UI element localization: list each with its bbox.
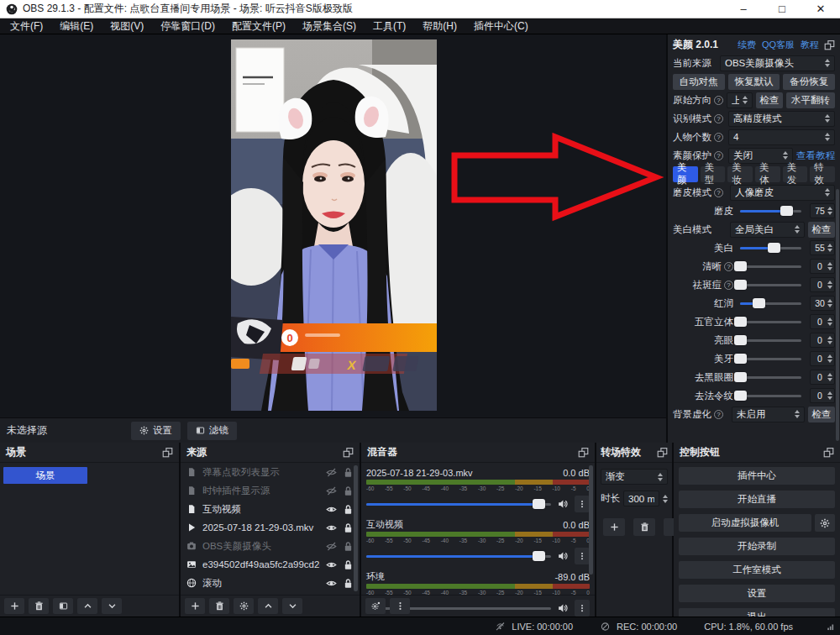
menu-tools[interactable]: 工具(T)	[365, 18, 414, 34]
slider-handle[interactable]	[734, 372, 747, 382]
rosy-slider[interactable]	[740, 302, 801, 305]
start-recording-button[interactable]: 开始录制	[679, 538, 835, 555]
popout-icon[interactable]	[823, 447, 834, 458]
orientation-select[interactable]: 上	[727, 92, 753, 108]
menu-plugin-center[interactable]: 插件中心(C)	[465, 18, 537, 34]
eye-icon[interactable]	[326, 578, 337, 589]
brighteye-value[interactable]: 0	[810, 333, 835, 348]
lock-icon[interactable]	[343, 578, 354, 589]
lock-icon[interactable]	[343, 485, 354, 496]
slider-handle[interactable]	[734, 280, 747, 290]
reset-defaults-button[interactable]: 恢复默认	[728, 74, 780, 90]
scrollbar[interactable]	[354, 465, 358, 591]
start-virtual-camera-button[interactable]: 启动虚拟摄像机	[679, 514, 811, 532]
channel-menu-button[interactable]	[575, 496, 590, 512]
rosy-value[interactable]: 30	[810, 296, 835, 311]
advanced-audio-button[interactable]	[365, 598, 386, 614]
help-icon[interactable]: ?	[724, 281, 733, 290]
speaker-icon[interactable]	[557, 551, 569, 561]
tab-effects[interactable]: 特效	[810, 166, 835, 182]
source-row[interactable]: 2025-07-18 21-29-03.mkv	[181, 518, 360, 537]
settings-button[interactable]: 设置	[679, 585, 835, 602]
scene-list-item[interactable]: 场景	[3, 467, 87, 484]
tab-makeup[interactable]: 美妆	[727, 166, 753, 182]
source-row[interactable]: 滚动	[181, 574, 360, 592]
help-icon[interactable]: ?	[714, 96, 723, 105]
help-icon[interactable]: ?	[714, 188, 723, 197]
lock-icon[interactable]	[343, 541, 354, 552]
blemish-value[interactable]: 0	[810, 277, 835, 292]
lock-icon[interactable]	[343, 504, 354, 515]
help-icon[interactable]: ?	[714, 133, 723, 142]
scene-filters-button[interactable]	[53, 598, 73, 614]
autofocus-button[interactable]: 自动对焦	[673, 74, 725, 90]
renew-link[interactable]: 续费	[738, 39, 756, 51]
tutorial-link[interactable]: 教程	[801, 39, 819, 51]
volume-slider[interactable]	[366, 503, 551, 506]
help-icon[interactable]: ?	[714, 114, 723, 123]
lock-icon[interactable]	[343, 522, 354, 533]
volume-slider[interactable]	[366, 555, 551, 558]
minimize-button[interactable]: –	[724, 0, 763, 18]
source-row[interactable]: e394502df49aa5fc2a99cd2e7c	[181, 555, 360, 574]
plugin-center-button[interactable]: 插件中心	[679, 467, 835, 485]
move-source-down-button[interactable]	[282, 598, 302, 614]
slider-handle[interactable]	[734, 354, 747, 364]
smooth-value[interactable]: 75	[810, 203, 835, 218]
popout-icon[interactable]	[578, 447, 589, 458]
face3d-slider[interactable]	[740, 321, 801, 323]
remove-transition-button[interactable]	[633, 518, 655, 536]
eye-icon[interactable]	[326, 522, 337, 533]
remove-source-button[interactable]	[209, 598, 229, 614]
eye-off-icon[interactable]	[326, 541, 337, 552]
darkcircle-value[interactable]: 0	[810, 370, 835, 385]
eye-icon[interactable]	[326, 504, 337, 515]
person-count-spinner[interactable]: 4	[728, 129, 835, 145]
menu-docks[interactable]: 停靠窗口(D)	[152, 18, 223, 34]
source-row[interactable]: 弹幕点歌列表显示	[181, 463, 360, 481]
lock-icon[interactable]	[343, 467, 354, 478]
menu-scene-collection[interactable]: 场景集合(S)	[294, 18, 365, 34]
darkcircle-slider[interactable]	[740, 376, 801, 379]
menu-view[interactable]: 视图(V)	[102, 18, 152, 34]
smooth-slider[interactable]	[740, 210, 801, 213]
move-scene-down-button[interactable]	[102, 598, 122, 614]
bg-blur-check-button[interactable]: 检查	[808, 407, 835, 422]
start-streaming-button[interactable]: 开始直播	[679, 491, 835, 508]
menu-profile[interactable]: 配置文件(P)	[223, 18, 294, 34]
blemish-slider[interactable]	[740, 284, 801, 286]
slider-handle[interactable]	[734, 317, 747, 327]
current-source-select[interactable]: OBS美颜摄像头	[720, 55, 835, 71]
virtual-camera-settings-button[interactable]	[815, 514, 835, 532]
smooth-mode-select[interactable]: 人像磨皮	[730, 185, 835, 201]
add-transition-button[interactable]	[603, 518, 625, 536]
eye-off-icon[interactable]	[326, 485, 337, 496]
speaker-icon[interactable]	[557, 499, 569, 509]
tab-reshape[interactable]: 美型	[701, 166, 726, 182]
source-row[interactable]: OBS美颜摄像头	[181, 537, 360, 555]
menu-file[interactable]: 文件(F)	[2, 18, 51, 34]
whiten-mode-select[interactable]: 全局美白	[730, 222, 805, 238]
slider-handle[interactable]	[768, 243, 780, 253]
move-scene-up-button[interactable]	[77, 598, 97, 614]
clarity-value[interactable]: 0	[810, 259, 835, 274]
view-tutorial-link[interactable]: 查看教程	[796, 150, 835, 162]
close-button[interactable]: ✕	[801, 0, 840, 18]
help-icon[interactable]: ?	[714, 151, 723, 160]
brighteye-slider[interactable]	[740, 339, 801, 342]
help-icon[interactable]: ?	[714, 410, 723, 419]
remove-scene-button[interactable]	[29, 598, 49, 614]
face3d-value[interactable]: 0	[810, 314, 835, 329]
backup-restore-button[interactable]: 备份恢复	[783, 74, 835, 90]
popout-icon[interactable]	[824, 39, 835, 50]
source-row[interactable]: 互动视频	[181, 500, 360, 518]
move-source-up-button[interactable]	[258, 598, 278, 614]
eye-off-icon[interactable]	[326, 467, 337, 478]
source-settings-button[interactable]: 设置	[131, 422, 181, 440]
nasolabial-value[interactable]: 0	[810, 388, 835, 403]
add-source-button[interactable]	[185, 598, 205, 614]
whiten-slider[interactable]	[740, 247, 801, 249]
scrollbar[interactable]	[836, 189, 839, 441]
maximize-button[interactable]: □	[763, 0, 801, 18]
tab-hair[interactable]: 美发	[783, 166, 808, 182]
